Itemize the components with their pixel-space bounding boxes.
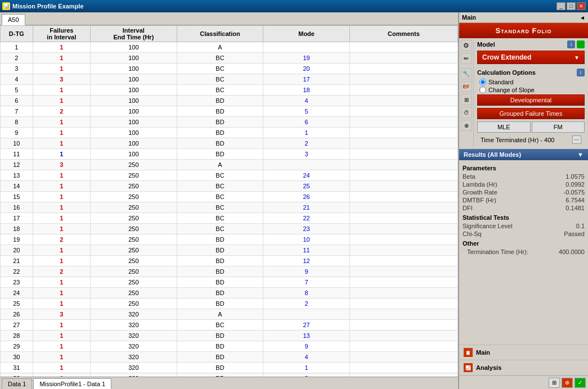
cell-failures: 1 xyxy=(33,363,90,373)
developmental-button[interactable]: Developmental xyxy=(477,94,585,106)
info-icon[interactable]: i xyxy=(567,40,575,48)
right-collapse-button[interactable]: ◄ xyxy=(580,15,585,21)
table-row[interactable]: 12 3 250 A xyxy=(1,160,458,170)
toolbar-btn-1[interactable]: ⊞ xyxy=(549,378,560,388)
cell-class: BD xyxy=(177,106,263,117)
table-row[interactable]: 23 1 250 BD 7 xyxy=(1,277,458,288)
table-row[interactable]: 28 1 320 BD 13 xyxy=(1,331,458,341)
table-row[interactable]: 13 1 250 BC 24 xyxy=(1,170,458,181)
cell-interval: 100 xyxy=(91,85,177,96)
data-table-container[interactable]: D-TG Failuresin Interval IntervalEnd Tim… xyxy=(0,25,458,377)
cell-class: A xyxy=(177,160,263,170)
calc-options-label: Calculation Options xyxy=(477,69,536,76)
fm-button[interactable]: FM xyxy=(532,121,585,133)
table-row[interactable]: 27 1 320 BC 27 xyxy=(1,320,458,331)
cell-interval: 100 xyxy=(91,117,177,128)
nav-main[interactable]: 📋 Main xyxy=(459,345,588,360)
table-row[interactable]: 24 1 250 BD 8 xyxy=(1,288,458,298)
table-row[interactable]: 10 1 100 BD 2 xyxy=(1,138,458,149)
bottom-tab-data1[interactable]: Data 1 xyxy=(2,378,32,389)
table-row[interactable]: 6 1 100 BD 4 xyxy=(1,96,458,106)
cell-mode: 2 xyxy=(263,298,350,309)
cell-dtg: 4 xyxy=(1,74,33,85)
table-row[interactable]: 5 1 100 BC 18 xyxy=(1,85,458,96)
cell-comments xyxy=(349,117,457,128)
radio-change-of-slope[interactable] xyxy=(479,87,486,93)
close-button[interactable]: ✕ xyxy=(577,2,586,10)
filter-icon[interactable]: ⊕ xyxy=(461,120,472,131)
toolbar-btn-2[interactable]: ⊕ xyxy=(562,378,573,388)
table-row[interactable]: 2 1 100 BC 19 xyxy=(1,53,458,64)
table-row[interactable]: 16 1 250 BC 21 xyxy=(1,202,458,213)
window-title: Mission Profile Example xyxy=(12,3,84,10)
table-row[interactable]: 21 1 250 BD 12 xyxy=(1,256,458,266)
cell-mode: 3 xyxy=(263,149,350,160)
other-name: Termination Time (Hr): xyxy=(467,248,528,255)
maximize-button[interactable]: □ xyxy=(567,2,576,10)
cell-interval: 100 xyxy=(91,64,177,74)
calc-icon[interactable]: 🔧 xyxy=(461,68,472,79)
clock-icon[interactable]: ⏱ xyxy=(461,107,472,118)
table-row[interactable]: 30 1 320 BD 4 xyxy=(1,352,458,363)
results-collapse-icon[interactable]: ▼ xyxy=(577,151,583,158)
cell-comments xyxy=(349,74,457,85)
nav-analysis[interactable]: 📈 Analysis xyxy=(459,360,588,376)
table-row[interactable]: 8 1 100 BD 6 xyxy=(1,117,458,128)
table-row[interactable]: 20 1 250 BD 11 xyxy=(1,245,458,256)
ef-icon[interactable]: EF xyxy=(461,81,472,92)
cell-dtg: 9 xyxy=(1,128,33,138)
param-name: Growth Rate xyxy=(463,189,497,196)
cell-dtg: 13 xyxy=(1,170,33,181)
cell-comments xyxy=(349,331,457,341)
table-row[interactable]: 14 1 250 BC 25 xyxy=(1,181,458,192)
cell-interval: 250 xyxy=(91,256,177,266)
cell-interval: 100 xyxy=(91,149,177,160)
minimize-button[interactable]: _ xyxy=(556,2,565,10)
cell-mode: 10 xyxy=(263,234,350,245)
radio-standard[interactable] xyxy=(479,79,486,85)
cell-interval: 250 xyxy=(91,160,177,170)
table-row[interactable]: 22 2 250 BD 9 xyxy=(1,266,458,277)
table-row[interactable]: 26 3 320 A xyxy=(1,309,458,320)
toolbar-btn-3[interactable]: ✓ xyxy=(574,378,586,388)
table-row[interactable]: 17 1 250 BC 22 xyxy=(1,213,458,224)
folio-banner: Standard Folio xyxy=(459,23,588,38)
terminated-options-button[interactable]: ··· xyxy=(572,135,581,144)
grid-icon[interactable]: ⊞ xyxy=(461,94,472,105)
table-row[interactable]: 31 1 320 BD 1 xyxy=(1,363,458,373)
bottom-tab-mission[interactable]: MissionProfile1 - Data 1 xyxy=(33,378,111,389)
cell-class: BC xyxy=(177,192,263,202)
table-row[interactable]: 4 3 100 BC 17 xyxy=(1,74,458,85)
cell-comments xyxy=(349,128,457,138)
table-row[interactable]: 1 1 100 A xyxy=(1,42,458,53)
table-row[interactable]: 9 1 100 BD 1 xyxy=(1,128,458,138)
cell-interval: 320 xyxy=(91,331,177,341)
cell-failures: 1 xyxy=(33,42,90,53)
tools-icon[interactable]: ✏ xyxy=(461,53,472,64)
table-row[interactable]: 3 1 100 BC 20 xyxy=(1,64,458,74)
table-row[interactable]: 19 2 250 BD 10 xyxy=(1,234,458,245)
calc-info-icon[interactable]: i xyxy=(577,69,585,76)
table-row[interactable]: 15 1 250 BC 26 xyxy=(1,192,458,202)
model-dropdown[interactable]: Crow Extended ▼ xyxy=(477,51,585,64)
cell-mode: 9 xyxy=(263,266,350,277)
cell-mode: 18 xyxy=(263,85,350,96)
tab-a50[interactable]: A50 xyxy=(2,14,25,25)
cell-interval: 320 xyxy=(91,341,177,352)
cell-comments xyxy=(349,53,457,64)
cell-dtg: 1 xyxy=(1,42,33,53)
table-row[interactable]: 11 1 100 BD 3 xyxy=(1,149,458,160)
table-row[interactable]: 25 1 250 BD 2 xyxy=(1,298,458,309)
header-mode: Mode xyxy=(263,26,350,42)
table-row[interactable]: 29 1 320 BD 9 xyxy=(1,341,458,352)
grouped-failure-times-button[interactable]: Grouped Failure Times xyxy=(477,108,585,119)
table-row[interactable]: 18 1 250 BC 23 xyxy=(1,224,458,234)
cell-interval: 250 xyxy=(91,298,177,309)
model-icon[interactable]: ⚙ xyxy=(461,40,472,51)
table-row[interactable]: 7 2 100 BD 5 xyxy=(1,106,458,117)
cell-interval: 100 xyxy=(91,53,177,64)
bottom-tab-bar: Data 1 MissionProfile1 - Data 1 xyxy=(0,377,458,389)
cell-class: BD xyxy=(177,128,263,138)
cell-comments xyxy=(349,288,457,298)
mle-button[interactable]: MLE xyxy=(477,121,531,133)
